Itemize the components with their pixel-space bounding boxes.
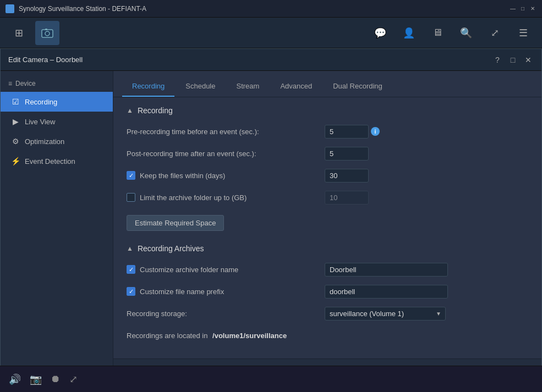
taskbar-volume-icon[interactable]: 🔊 [9,373,21,385]
keep-files-row: Keep the files within (days) [127,168,528,183]
main-content: Recording Schedule Stream Advanced Dual … [113,71,541,391]
menu-icon[interactable]: ☰ [511,21,535,45]
event-detection-icon: ⚡ [10,157,20,165]
device-section-icon: ≡ [8,80,12,87]
estimate-space-button[interactable]: Estimate Required Space [127,215,224,231]
location-path: /volume1/surveillance [212,332,287,340]
taskbar-record-icon[interactable]: ⏺ [51,373,61,385]
sidebar-event-detection-label: Event Detection [25,157,75,165]
tab-schedule[interactable]: Schedule [176,76,225,97]
modal-maximize-btn[interactable]: □ [507,54,518,65]
customize-prefix-checkbox[interactable] [127,287,135,296]
location-label: Recordings are located in /volume1/surve… [127,332,287,340]
content-area: ▲ Recording Pre-recording time before an… [113,97,541,358]
help-btn[interactable]: ? [492,54,503,65]
tabs-bar: Recording Schedule Stream Advanced Dual … [113,71,541,97]
keep-files-input[interactable] [325,169,369,183]
liveview-icon: ▶ [10,117,20,126]
customize-folder-checkbox[interactable] [127,265,135,274]
sidebar-liveview-label: Live View [25,118,55,126]
modal-title: Edit Camera – Doorbell [8,56,83,64]
customize-folder-row: Customize archive folder name [127,262,528,277]
archives-chevron-icon: ▲ [127,245,133,252]
customize-prefix-input[interactable] [325,285,448,299]
modal-body: ≡ Device ☑ Recording ▶ Live View ⚙ Optim… [1,71,541,391]
post-recording-row: Post-recording time after an event (sec.… [127,146,528,161]
tab-dual-recording[interactable]: Dual Recording [323,76,392,97]
topnav-right: 💬 👤 🖥 🔍 ⤢ ☰ [368,21,535,45]
archives-section-header: ▲ Recording Archives [127,244,528,253]
sidebar-section-device[interactable]: ≡ Device [1,75,113,92]
search-icon[interactable]: 🔍 [454,21,478,45]
post-recording-input[interactable] [325,147,369,161]
estimate-btn-row: Estimate Required Space [127,212,528,231]
customize-folder-input[interactable] [325,263,448,277]
app-icon [6,4,14,13]
recording-chevron-icon: ▲ [127,107,133,114]
titlebar-controls: — □ ✕ [509,5,536,13]
location-row: Recordings are located in /volume1/surve… [127,328,528,343]
limit-archive-input[interactable] [325,191,369,205]
close-btn[interactable]: ✕ [529,5,536,13]
pre-recording-row: Pre-recording time before an event (sec.… [127,124,528,139]
keep-files-label: Keep the files within (days) [127,171,325,180]
titlebar: Synology Surveillance Station - DEFIANT-… [0,0,542,18]
archives-section: ▲ Recording Archives Customize archive f… [127,244,528,343]
limit-archive-checkbox[interactable] [127,193,135,202]
taskbar-camera-icon[interactable]: 📷 [30,373,42,385]
sidebar-item-liveview[interactable]: ▶ Live View [1,112,113,131]
tab-recording[interactable]: Recording [122,76,174,97]
topnav-left: ⊞ [7,21,59,45]
storage-label: Recording storage: [127,310,325,318]
modal-close-btn[interactable]: ✕ [523,54,534,65]
limit-archive-label: Limit the archive folder up to (GB) [127,193,325,202]
pre-recording-label: Pre-recording time before an event (sec.… [127,128,325,136]
keep-files-checkbox-wrapper[interactable]: Keep the files within (days) [127,171,225,180]
modal-titlebar: Edit Camera – Doorbell ? □ ✕ [1,49,541,71]
svg-rect-2 [45,29,47,30]
customize-prefix-row: Customize file name prefix [127,284,528,299]
taskbar: 🔊 📷 ⏺ ⤢ [0,366,542,392]
recording-section-title: Recording [138,106,173,115]
sidebar-item-recording[interactable]: ☑ Recording [1,92,113,112]
sidebar-item-optimization[interactable]: ⚙ Optimization [1,131,113,151]
sidebar-optimization-label: Optimization [25,137,64,146]
minimize-btn[interactable]: — [509,5,517,13]
customize-prefix-label: Customize file name prefix [127,287,325,296]
keep-files-checkbox[interactable] [127,171,135,180]
storage-row: Recording storage: surveillance (Volume … [127,306,528,321]
topnav: ⊞ 💬 👤 🖥 🔍 ⤢ ☰ [0,18,542,48]
pre-recording-input[interactable] [325,125,369,139]
tab-advanced[interactable]: Advanced [270,76,322,97]
chat-icon[interactable]: 💬 [368,21,392,45]
sidebar-recording-label: Recording [25,98,57,106]
recording-icon: ☑ [10,97,20,106]
optimization-icon: ⚙ [10,137,20,146]
post-recording-label: Post-recording time after an event (sec.… [127,150,325,158]
device-section-label: Device [15,80,36,87]
sidebar-item-event-detection[interactable]: ⚡ Event Detection [1,151,113,171]
monitor-icon[interactable]: 🖥 [425,21,450,45]
tab-stream[interactable]: Stream [226,76,269,97]
customize-folder-checkbox-wrapper[interactable]: Customize archive folder name [127,265,238,274]
taskbar-fullscreen-icon[interactable]: ⤢ [69,373,78,385]
customize-prefix-checkbox-wrapper[interactable]: Customize file name prefix [127,287,224,296]
storage-select-wrapper: surveillance (Volume 1) ▼ [325,307,446,321]
limit-archive-checkbox-wrapper[interactable]: Limit the archive folder up to (GB) [127,193,247,202]
fullscreen-icon[interactable]: ⤢ [483,21,507,45]
pre-recording-info-icon: i [371,127,380,136]
modal-titlebar-controls: ? □ ✕ [492,54,534,65]
limit-archive-row: Limit the archive folder up to (GB) [127,190,528,205]
home-nav-btn[interactable]: ⊞ [7,21,31,45]
edit-camera-modal: Edit Camera – Doorbell ? □ ✕ ≡ Device ☑ … [0,48,542,392]
archives-section-title: Recording Archives [138,244,204,253]
storage-select[interactable]: surveillance (Volume 1) [325,307,446,321]
recording-section-header: ▲ Recording [127,106,528,115]
app-title: Synology Surveillance Station - DEFIANT-… [19,5,146,13]
recording-section: ▲ Recording Pre-recording time before an… [127,106,528,231]
camera-nav-btn[interactable] [35,21,59,45]
sidebar: ≡ Device ☑ Recording ▶ Live View ⚙ Optim… [1,71,113,391]
user-icon[interactable]: 👤 [397,21,421,45]
maximize-btn[interactable]: □ [519,5,527,13]
titlebar-left: Synology Surveillance Station - DEFIANT-… [6,4,146,13]
